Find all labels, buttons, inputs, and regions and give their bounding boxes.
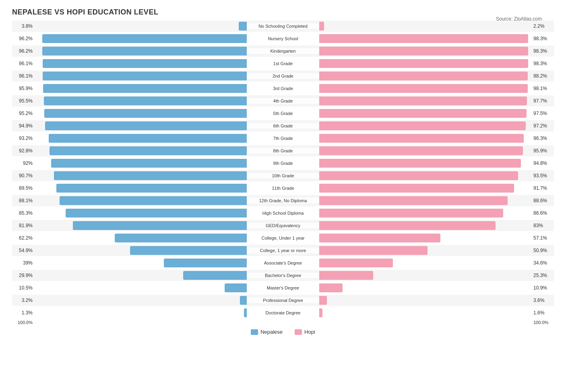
- left-bar-container: [34, 196, 247, 205]
- left-value: 1.3%: [12, 310, 34, 316]
- legend-hopi: Hopi: [295, 329, 315, 335]
- right-value: 88.6%: [532, 198, 554, 203]
- right-value: 86.6%: [532, 210, 554, 216]
- category-label: Associate's Degree: [247, 260, 319, 266]
- category-label: 3rd Grade: [247, 86, 319, 91]
- right-bar: [319, 34, 528, 43]
- right-bar: [319, 246, 428, 255]
- left-bar-container: [34, 121, 247, 130]
- left-bar-container: [34, 184, 247, 193]
- legend-hopi-color: [295, 329, 302, 335]
- bar-row: 96.2% Kindergarten 98.3%: [12, 45, 554, 57]
- right-bar: [319, 159, 521, 168]
- right-bar: [319, 184, 514, 193]
- left-bar: [51, 159, 247, 168]
- bar-row: 92.8% 8th Grade 95.9%: [12, 145, 554, 156]
- legend-nepalese-label: Nepalese: [260, 329, 283, 335]
- left-bar-container: [34, 96, 247, 105]
- right-bar-container: [319, 146, 532, 155]
- left-bar: [240, 296, 247, 305]
- right-value: 98.2%: [532, 73, 554, 79]
- left-bar-container: [34, 109, 247, 118]
- left-value: 10.5%: [12, 285, 34, 291]
- left-value: 96.2%: [12, 48, 34, 54]
- right-value: 94.8%: [532, 160, 554, 166]
- chart-title: NEPALESE VS HOPI EDUCATION LEVEL: [12, 8, 554, 16]
- category-label: 4th Grade: [247, 98, 319, 104]
- right-bar: [319, 196, 508, 205]
- left-bar-container: [34, 283, 247, 292]
- category-label: 2nd Grade: [247, 73, 319, 79]
- right-bar-container: [319, 34, 532, 43]
- left-bar: [42, 47, 247, 55]
- right-bar: [319, 22, 324, 31]
- right-bar-container: [319, 72, 532, 80]
- right-value: 83%: [532, 223, 554, 228]
- left-bar: [244, 308, 247, 317]
- left-bar-container: [34, 209, 247, 218]
- left-bar: [225, 283, 247, 292]
- right-value: 34.6%: [532, 260, 554, 266]
- bar-row: 54.9% College, 1 year or more 50.9%: [12, 245, 554, 256]
- category-label: 12th Grade, No Diploma: [247, 198, 319, 203]
- right-bar: [319, 221, 496, 230]
- category-label: High School Diploma: [247, 210, 319, 216]
- right-bar-container: [319, 271, 532, 280]
- legend-hopi-label: Hopi: [304, 329, 315, 335]
- left-bar: [45, 121, 247, 130]
- right-value: 10.9%: [532, 285, 554, 291]
- bar-row: 96.2% Nursery School 98.3%: [12, 33, 554, 44]
- left-bar: [73, 221, 247, 230]
- left-bar-container: [34, 259, 247, 267]
- left-value: 89.5%: [12, 185, 34, 191]
- right-bar: [319, 47, 528, 55]
- bar-row: 96.1% 2nd Grade 98.2%: [12, 70, 554, 82]
- right-bar-container: [319, 296, 532, 305]
- right-bar-container: [319, 47, 532, 55]
- left-bar: [183, 271, 247, 280]
- axis-row: 100.0% 100.0%: [12, 320, 554, 325]
- right-bar: [319, 283, 343, 292]
- right-value: 2.2%: [532, 23, 554, 29]
- category-label: Professional Degree: [247, 298, 319, 303]
- right-bar: [319, 209, 503, 218]
- left-bar: [50, 146, 247, 155]
- right-bar-container: [319, 171, 532, 180]
- right-value: 98.3%: [532, 61, 554, 66]
- left-bar-container: [34, 171, 247, 180]
- category-label: No Schooling Completed: [247, 23, 319, 29]
- right-value: 98.1%: [532, 86, 554, 91]
- category-label: Kindergarten: [247, 48, 319, 54]
- bar-row: 96.1% 1st Grade 98.3%: [12, 58, 554, 69]
- right-bar: [319, 109, 527, 118]
- left-bar: [43, 84, 247, 93]
- left-bar: [56, 184, 247, 193]
- bar-row: 3.8% No Schooling Completed 2.2%: [12, 21, 554, 32]
- bar-row: 90.7% 10th Grade 93.5%: [12, 170, 554, 181]
- bar-row: 95.5% 4th Grade 97.7%: [12, 95, 554, 107]
- category-label: Master's Degree: [247, 285, 319, 291]
- left-bar: [60, 196, 247, 205]
- category-label: Doctorate Degree: [247, 310, 319, 316]
- right-bar-container: [319, 109, 532, 118]
- category-label: College, Under 1 year: [247, 235, 319, 241]
- left-bar-container: [34, 72, 247, 80]
- left-value: 85.3%: [12, 210, 34, 216]
- bar-row: 81.9% GED/Equivalency 83%: [12, 220, 554, 231]
- right-bar-container: [319, 246, 532, 255]
- left-value: 94.9%: [12, 123, 34, 129]
- right-value: 97.2%: [532, 123, 554, 129]
- category-label: GED/Equivalency: [247, 223, 319, 228]
- category-label: 8th Grade: [247, 148, 319, 154]
- right-value: 96.3%: [532, 135, 554, 141]
- bar-row: 29.9% Bachelor's Degree 25.3%: [12, 270, 554, 281]
- left-bar: [44, 96, 247, 105]
- right-bar: [319, 296, 327, 305]
- category-label: Bachelor's Degree: [247, 273, 319, 278]
- right-bar-container: [319, 22, 532, 31]
- left-bar: [43, 59, 247, 68]
- left-bar-container: [34, 22, 247, 31]
- left-bar-container: [34, 159, 247, 168]
- right-bar-container: [319, 134, 532, 143]
- left-bar: [54, 171, 247, 180]
